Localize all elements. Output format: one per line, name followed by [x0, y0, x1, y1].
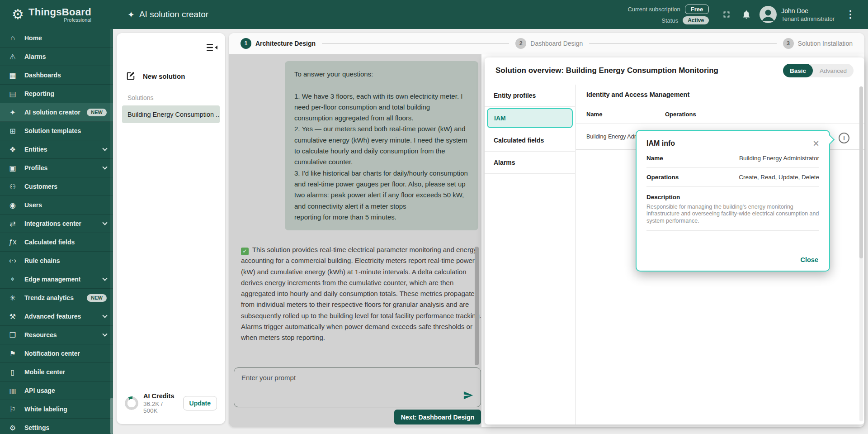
- sidebar-item-mobile-center[interactable]: ▯Mobile center: [0, 363, 113, 382]
- sidebar-item-integrations-center[interactable]: ⇄Integrations center: [0, 215, 113, 233]
- flag-icon: ⚑: [7, 349, 18, 358]
- sidebar-item-alarms[interactable]: ⚠Alarms: [0, 48, 113, 66]
- tab-iam[interactable]: IAM: [487, 108, 573, 128]
- status-row: Status Active: [661, 16, 709, 24]
- close-button[interactable]: Close: [801, 256, 819, 263]
- sidebar-item-label: Solution templates: [24, 127, 81, 134]
- chevron-down-icon: [102, 313, 107, 318]
- sidebar-item-rule-chains[interactable]: ‹·›Rule chains: [0, 252, 113, 270]
- user-text: John Doe Tenant administrator: [781, 7, 835, 22]
- ai-credits-text: AI Credits 36.2K / 500K: [143, 392, 178, 414]
- sidebar-item-api-usage[interactable]: ▥API usage: [0, 382, 113, 400]
- field-label: Name: [646, 155, 663, 162]
- new-solution-button[interactable]: New solution: [126, 71, 185, 81]
- column-name: Name: [586, 111, 602, 118]
- send-icon[interactable]: [462, 390, 474, 402]
- column-operations: Operations: [665, 111, 696, 118]
- tab-entity-profiles[interactable]: Entity profiles: [485, 85, 575, 107]
- fullscreen-icon[interactable]: [720, 8, 733, 21]
- sidebar-scrollbar-thumb[interactable]: [110, 398, 113, 434]
- avatar: [760, 6, 777, 23]
- sidebar-scrollbar[interactable]: [110, 29, 113, 434]
- status-label: Status: [661, 17, 678, 24]
- tab-alarms[interactable]: Alarms: [485, 152, 575, 174]
- toggle-advanced[interactable]: Advanced: [813, 64, 854, 77]
- step-solution-installation[interactable]: 3 Solution Installation: [783, 38, 853, 49]
- logo-title: ThingsBoard: [28, 6, 91, 18]
- thingsboard-logo[interactable]: ⚙ ThingsBoard Professional: [0, 6, 113, 23]
- sidebar-item-edge-management[interactable]: ⌖Edge management: [0, 270, 113, 289]
- customers-people-icon: ⚇: [7, 182, 18, 191]
- sidebar-item-label: Mobile center: [24, 368, 65, 376]
- sidebar-item-users[interactable]: ◉Users: [0, 196, 113, 215]
- description-text: Responsible for managing the building's …: [646, 204, 824, 224]
- next-dashboard-design-button[interactable]: Next: Dashboard Design: [394, 410, 481, 424]
- solutions-panel: New solution Solutions Building Energy C…: [117, 33, 225, 424]
- sidebar-item-trendz-analytics[interactable]: ✳Trendz analyticsNEW: [0, 289, 113, 307]
- function-fx-icon: ƒx: [7, 238, 18, 246]
- tab-calculated-fields[interactable]: Calculated fields: [485, 129, 575, 152]
- sidebar-item-advanced-features[interactable]: ⚒Advanced features: [0, 307, 113, 326]
- sidebar-item-calculated-fields[interactable]: ƒxCalculated fields: [0, 233, 113, 252]
- sidebar-item-notification-center[interactable]: ⚑Notification center: [0, 344, 113, 363]
- solutions-section-label: Solutions: [127, 94, 154, 101]
- overview-scrollbar[interactable]: [859, 86, 863, 421]
- sidebar-item-profiles[interactable]: ▣Profiles: [0, 159, 113, 177]
- info-icon[interactable]: i: [839, 133, 849, 143]
- sidebar-item-label: Dashboards: [24, 72, 61, 79]
- sidebar-item-customers[interactable]: ⚇Customers: [0, 177, 113, 196]
- tools-icon: ⚒: [7, 312, 18, 321]
- user-circle-icon: ◉: [7, 201, 18, 210]
- sidebar-item-label: Notification center: [24, 350, 80, 357]
- sidebar-item-solution-templates[interactable]: ⊞Solution templates: [0, 122, 113, 140]
- sidebar-item-label: Integrations center: [24, 220, 81, 227]
- overview-scrollbar-thumb[interactable]: [859, 86, 863, 258]
- subscription-block: Current subscription Free Status Active: [627, 5, 709, 24]
- more-options-kebab-icon[interactable]: ⋮: [841, 9, 860, 20]
- chat-scrollbar-thumb[interactable]: [475, 247, 479, 365]
- sidebar-item-settings[interactable]: ⚙Settings: [0, 419, 113, 434]
- field-label: Operations: [646, 174, 679, 181]
- reporting-icon: ▤: [7, 90, 18, 98]
- sidebar-item-label: Rule chains: [24, 257, 60, 264]
- solution-list-item-selected[interactable]: Building Energy Consumption ...: [122, 105, 220, 123]
- subscription-label: Current subscription: [627, 6, 680, 13]
- assistant-message-text: This solution provides real-time electri…: [241, 246, 481, 341]
- sidebar-item-resources[interactable]: ❐Resources: [0, 326, 113, 344]
- trendz-icon: ✳: [7, 294, 18, 302]
- bar-chart-icon: ▥: [7, 386, 18, 395]
- sidebar-item-white-labeling[interactable]: ⚐White labeling: [0, 400, 113, 419]
- sidebar-item-home[interactable]: ⌂Home: [0, 29, 113, 48]
- entities-icon: ❖: [7, 145, 18, 154]
- step-architecture-design[interactable]: 1 Architecture Design: [241, 38, 316, 49]
- toggle-basic[interactable]: Basic: [783, 64, 813, 77]
- sidebar-item-ai-solution-creator[interactable]: ✦AI solution creatorNEW: [0, 103, 113, 122]
- edit-square-icon: [126, 71, 136, 81]
- sidebar-item-entities[interactable]: ❖Entities: [0, 140, 113, 159]
- notifications-bell-icon[interactable]: [740, 8, 753, 21]
- header-right: Current subscription Free Status Active …: [627, 5, 868, 24]
- ai-credits-label: AI Credits: [143, 392, 178, 400]
- assistant-message: ✓ This solution provides real-time elect…: [241, 244, 481, 343]
- user-role: Tenant administrator: [781, 15, 835, 22]
- update-credits-button[interactable]: Update: [183, 396, 217, 410]
- sidebar-item-reporting[interactable]: ▤Reporting: [0, 85, 113, 103]
- prompt-input[interactable]: [234, 368, 481, 407]
- step-dashboard-design[interactable]: 2 Dashboard Design: [515, 38, 583, 49]
- page-title-label: AI solution creator: [139, 10, 208, 19]
- field-value: Create, Read, Update, Delete: [739, 174, 819, 181]
- divider: [646, 230, 819, 231]
- user-menu[interactable]: John Doe Tenant administrator: [760, 6, 835, 23]
- close-icon[interactable]: ×: [813, 138, 819, 149]
- user-name: John Doe: [781, 7, 835, 14]
- alarm-warning-icon: ⚠: [7, 52, 18, 61]
- step-label: Dashboard Design: [530, 40, 583, 47]
- ai-credits-usage: 36.2K / 500K: [143, 401, 178, 414]
- collapse-panel-icon[interactable]: [206, 43, 218, 54]
- step-number: 2: [515, 38, 526, 49]
- step-number: 1: [241, 38, 251, 49]
- user-message-bubble: To answer your questions: 1. We have 3 f…: [285, 61, 478, 230]
- sidebar-item-label: Customers: [24, 183, 57, 190]
- subscription-badge: Free: [685, 5, 709, 14]
- sidebar-item-dashboards[interactable]: ▦Dashboards: [0, 66, 113, 85]
